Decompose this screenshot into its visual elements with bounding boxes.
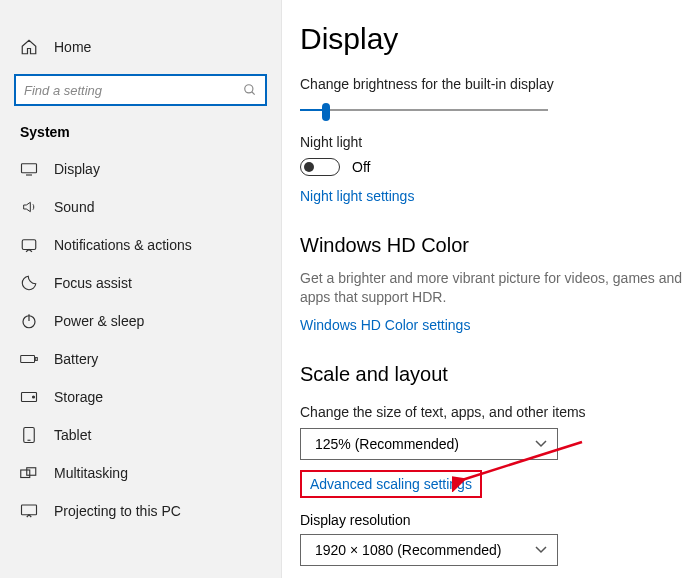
multitasking-icon: [20, 464, 38, 482]
sidebar-item-label: Notifications & actions: [54, 237, 192, 253]
text-scale-value: 125% (Recommended): [315, 436, 459, 452]
search-icon: [243, 83, 257, 97]
sidebar-item-storage[interactable]: Storage: [0, 378, 281, 416]
night-light-toggle[interactable]: [300, 158, 340, 176]
storage-icon: [20, 388, 38, 406]
sidebar-item-projecting[interactable]: Projecting to this PC: [0, 492, 281, 530]
sidebar-section-system: System: [0, 118, 281, 150]
focus-assist-icon: [20, 274, 38, 292]
sidebar-item-tablet[interactable]: Tablet: [0, 416, 281, 454]
chevron-down-icon: [535, 546, 547, 554]
home-icon: [20, 38, 38, 56]
resolution-value: 1920 × 1080 (Recommended): [315, 542, 501, 558]
sidebar-item-label: Projecting to this PC: [54, 503, 181, 519]
hd-color-description: Get a brighter and more vibrant picture …: [300, 269, 692, 307]
text-scale-dropdown[interactable]: 125% (Recommended): [300, 428, 558, 460]
advanced-scaling-highlight: Advanced scaling settings: [300, 470, 482, 498]
battery-icon: [20, 350, 38, 368]
sidebar-item-label: Battery: [54, 351, 98, 367]
sidebar-item-label: Multitasking: [54, 465, 128, 481]
night-light-settings-link[interactable]: Night light settings: [300, 188, 414, 204]
svg-rect-15: [22, 505, 37, 515]
tablet-icon: [20, 426, 38, 444]
projecting-icon: [20, 502, 38, 520]
svg-line-1: [252, 92, 255, 95]
resolution-dropdown[interactable]: 1920 × 1080 (Recommended): [300, 534, 558, 566]
hd-color-settings-link[interactable]: Windows HD Color settings: [300, 317, 470, 333]
scale-layout-heading: Scale and layout: [300, 363, 692, 386]
sidebar-item-sound[interactable]: Sound: [0, 188, 281, 226]
resolution-label: Display resolution: [300, 512, 692, 528]
brightness-slider[interactable]: [300, 100, 548, 120]
advanced-scaling-link[interactable]: Advanced scaling settings: [310, 476, 472, 492]
notifications-icon: [20, 236, 38, 254]
search-input-wrap[interactable]: [14, 74, 267, 106]
power-icon: [20, 312, 38, 330]
svg-rect-13: [21, 470, 30, 478]
svg-point-10: [33, 396, 35, 398]
night-light-label: Night light: [300, 134, 692, 150]
sidebar-item-label: Power & sleep: [54, 313, 144, 329]
svg-rect-2: [22, 164, 37, 173]
search-input[interactable]: [24, 83, 243, 98]
hd-color-heading: Windows HD Color: [300, 234, 692, 257]
display-icon: [20, 160, 38, 178]
sidebar-item-label: Sound: [54, 199, 94, 215]
night-light-state: Off: [352, 159, 370, 175]
page-title: Display: [300, 22, 692, 56]
sidebar-item-power-sleep[interactable]: Power & sleep: [0, 302, 281, 340]
sidebar-item-label: Storage: [54, 389, 103, 405]
sidebar-item-label: Display: [54, 161, 100, 177]
sidebar-item-display[interactable]: Display: [0, 150, 281, 188]
slider-thumb[interactable]: [322, 103, 330, 121]
sidebar-item-label: Focus assist: [54, 275, 132, 291]
text-size-label: Change the size of text, apps, and other…: [300, 404, 692, 420]
sound-icon: [20, 198, 38, 216]
sidebar-item-multitasking[interactable]: Multitasking: [0, 454, 281, 492]
sidebar-item-focus-assist[interactable]: Focus assist: [0, 264, 281, 302]
brightness-label: Change brightness for the built-in displ…: [300, 76, 692, 92]
svg-point-0: [245, 85, 253, 93]
svg-rect-14: [27, 468, 36, 476]
main-content: Display Change brightness for the built-…: [282, 0, 700, 578]
home-nav[interactable]: Home: [0, 28, 281, 66]
sidebar-item-label: Tablet: [54, 427, 91, 443]
sidebar-item-battery[interactable]: Battery: [0, 340, 281, 378]
svg-rect-8: [35, 358, 37, 361]
svg-rect-4: [22, 240, 36, 250]
svg-rect-7: [21, 356, 35, 363]
home-label: Home: [54, 39, 91, 55]
settings-sidebar: Home System Display Sound Notifications …: [0, 0, 282, 578]
chevron-down-icon: [535, 440, 547, 448]
sidebar-item-notifications[interactable]: Notifications & actions: [0, 226, 281, 264]
